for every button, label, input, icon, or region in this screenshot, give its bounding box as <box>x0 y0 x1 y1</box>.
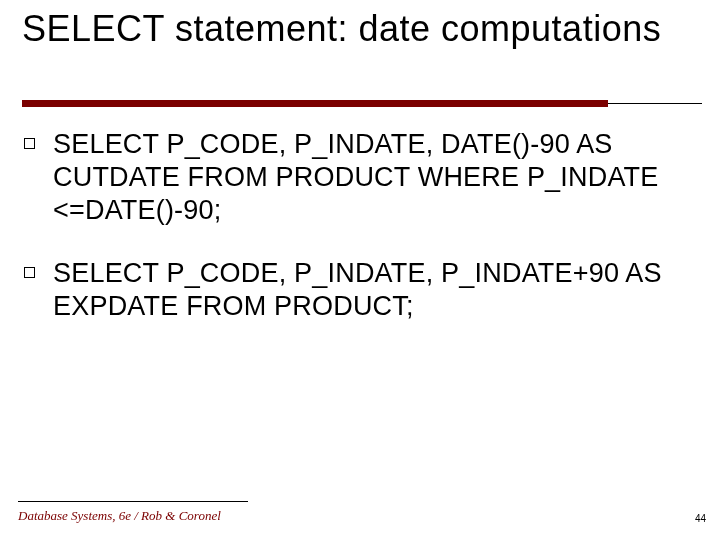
square-bullet-icon <box>24 138 35 149</box>
list-item: SELECT P_CODE, P_INDATE, DATE()-90 AS CU… <box>24 128 702 227</box>
page-number: 44 <box>695 513 706 524</box>
slide: SELECT statement: date computations SELE… <box>0 0 720 540</box>
list-item: SELECT P_CODE, P_INDATE, P_INDATE+90 AS … <box>24 257 702 323</box>
slide-title: SELECT statement: date computations <box>0 0 720 49</box>
title-underline-thick <box>22 100 608 107</box>
list-item-text: SELECT P_CODE, P_INDATE, DATE()-90 AS CU… <box>53 128 702 227</box>
slide-body: SELECT P_CODE, P_INDATE, DATE()-90 AS CU… <box>24 128 702 353</box>
title-underline-thin <box>608 103 702 104</box>
footer-text: Database Systems, 6e / Rob & Coronel <box>18 508 221 524</box>
square-bullet-icon <box>24 267 35 278</box>
footer-divider <box>18 501 248 502</box>
list-item-text: SELECT P_CODE, P_INDATE, P_INDATE+90 AS … <box>53 257 702 323</box>
